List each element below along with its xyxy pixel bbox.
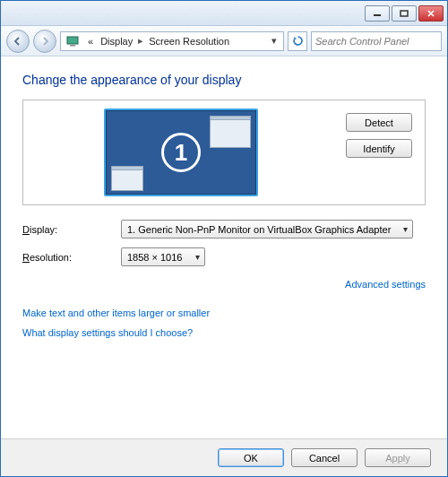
resolution-select[interactable]: 1858 × 1016: [121, 247, 205, 266]
search-box[interactable]: [311, 31, 442, 51]
display-select[interactable]: 1. Generic Non-PnP Monitor on VirtualBox…: [121, 220, 413, 238]
display-select-value: 1. Generic Non-PnP Monitor on VirtualBox…: [127, 224, 391, 235]
svg-rect-3: [70, 45, 75, 47]
apply-button: Apply: [365, 448, 431, 467]
search-input[interactable]: [315, 36, 437, 47]
svg-rect-1: [401, 11, 408, 16]
text-size-link[interactable]: Make text and other items larger or smal…: [22, 308, 426, 318]
crumb-separator-icon: ▸: [136, 35, 145, 47]
forward-button[interactable]: [33, 30, 56, 53]
maximize-button[interactable]: [392, 5, 417, 22]
back-button[interactable]: [6, 30, 30, 53]
svg-rect-2: [67, 37, 78, 44]
dialog-footer: OK Cancel Apply: [1, 438, 447, 476]
monitor-preview-1[interactable]: 1: [104, 108, 258, 196]
resolution-select-value: 1858 × 1016: [127, 252, 182, 263]
crumb-screen-resolution[interactable]: Screen Resolution: [145, 36, 233, 47]
screen-resolution-window: « Display ▸ Screen Resolution ▾ Change t…: [0, 0, 448, 477]
titlebar: [1, 1, 447, 26]
display-label: Display:: [22, 224, 121, 235]
crumb-display[interactable]: Display: [97, 36, 136, 47]
ok-button[interactable]: OK: [218, 448, 284, 467]
identify-button[interactable]: Identify: [346, 139, 412, 158]
minimize-button[interactable]: [365, 5, 390, 22]
nav-bar: « Display ▸ Screen Resolution ▾: [1, 26, 447, 56]
resolution-label: Resolution:: [22, 252, 121, 263]
crumb-prefix: «: [84, 36, 97, 47]
page-title: Change the appearance of your display: [22, 73, 426, 87]
preview-window-1: [210, 116, 251, 148]
advanced-settings-link[interactable]: Advanced settings: [345, 279, 426, 290]
monitor-number-badge: 1: [161, 133, 201, 172]
content-area: Change the appearance of your display 1 …: [1, 56, 447, 438]
display-preview: 1 Detect Identify: [22, 100, 426, 205]
detect-button[interactable]: Detect: [346, 113, 412, 132]
help-link[interactable]: What display settings should I choose?: [22, 327, 426, 338]
path-dropdown-icon[interactable]: ▾: [267, 35, 281, 47]
monitor-icon: [66, 35, 81, 48]
cancel-button[interactable]: Cancel: [291, 448, 358, 467]
refresh-button[interactable]: [288, 31, 307, 51]
svg-rect-0: [374, 14, 381, 16]
close-button[interactable]: [418, 5, 444, 22]
preview-window-2: [111, 166, 143, 191]
breadcrumb[interactable]: « Display ▸ Screen Resolution ▾: [60, 31, 284, 51]
